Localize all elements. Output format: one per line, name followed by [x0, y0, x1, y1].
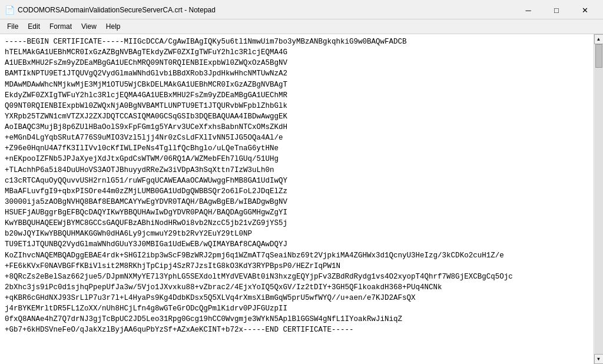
scrollbar[interactable]: ▲ ▼ [594, 34, 603, 364]
scroll-down-button[interactable]: ▼ [594, 354, 604, 364]
title-bar-controls: ─ □ ✕ [515, 4, 598, 16]
scroll-up-button[interactable]: ▲ [594, 34, 604, 44]
app-icon: 📄 [5, 5, 14, 15]
menu-edit[interactable]: Edit [23, 21, 45, 32]
menu-format[interactable]: Format [45, 21, 77, 32]
close-button[interactable]: ✕ [571, 4, 598, 16]
scroll-track[interactable] [595, 44, 603, 354]
title-bar: 📄 CODOMORSADomainValidationSecureServerC… [0, 0, 603, 19]
title-bar-left: 📄 CODOMORSADomainValidationSecureServerC… [5, 5, 216, 15]
maximize-button[interactable]: □ [543, 4, 570, 16]
menu-bar: File Edit Format View Help [0, 19, 603, 34]
content-area: -----BEGIN CERTIFICATE-----MIIGcDCCA/CgA… [0, 34, 603, 364]
minimize-button[interactable]: ─ [515, 4, 542, 16]
scroll-thumb[interactable] [595, 44, 602, 68]
certificate-text[interactable]: -----BEGIN CERTIFICATE-----MIIGcDCCA/CgA… [0, 34, 594, 364]
window-title: CODOMORSADomainValidationSecureServerCA.… [18, 6, 216, 14]
menu-help[interactable]: Help [101, 21, 125, 32]
menu-view[interactable]: View [77, 21, 101, 32]
menu-file[interactable]: File [2, 21, 23, 32]
